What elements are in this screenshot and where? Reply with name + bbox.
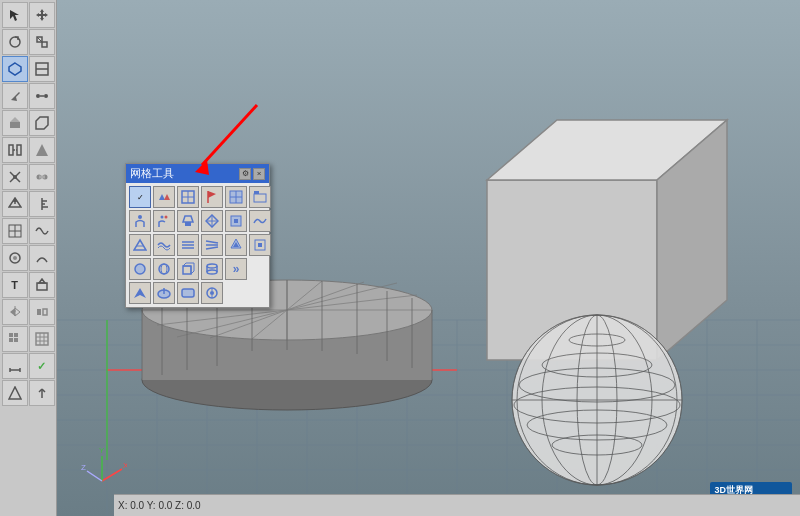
- svg-rect-135: [254, 194, 266, 202]
- align-tool[interactable]: [29, 191, 55, 217]
- check-tool[interactable]: ✓: [29, 353, 55, 379]
- tool-geom1[interactable]: [129, 282, 151, 304]
- bevel-tool[interactable]: [29, 110, 55, 136]
- collapse-tool[interactable]: [2, 164, 28, 190]
- tool-more[interactable]: »: [225, 258, 247, 280]
- mirror-tool[interactable]: [2, 299, 28, 325]
- tool-check[interactable]: ✓: [129, 186, 151, 208]
- toolbar-title-bar[interactable]: 网格工具 ⚙ ×: [126, 164, 269, 183]
- tool-pipe[interactable]: [201, 258, 223, 280]
- tool-lines2[interactable]: [201, 234, 223, 256]
- tool-group-9: [2, 218, 55, 244]
- poly-select-tool[interactable]: [2, 56, 28, 82]
- svg-point-137: [138, 215, 142, 219]
- tool-lines1[interactable]: [177, 234, 199, 256]
- subdivide-tool[interactable]: [2, 218, 28, 244]
- svg-point-35: [13, 256, 17, 260]
- tool-grid3[interactable]: [249, 186, 271, 208]
- toolbar-left: T ✓: [0, 0, 57, 516]
- svg-marker-140: [183, 216, 193, 222]
- floating-toolbar-mesh-tools: 网格工具 ⚙ × ✓: [125, 163, 270, 308]
- bridge-tool[interactable]: [2, 137, 28, 163]
- viewport-3d[interactable]: Perspective: [57, 0, 800, 516]
- svg-rect-44: [14, 333, 18, 337]
- svg-rect-36: [37, 283, 47, 290]
- svg-point-172: [210, 291, 214, 295]
- toolbar-gear-btn[interactable]: ⚙: [239, 168, 251, 180]
- tool-box2[interactable]: [177, 258, 199, 280]
- tool-group-7: [2, 164, 55, 190]
- svg-marker-147: [134, 240, 146, 250]
- grid-clone-tool[interactable]: [29, 326, 55, 352]
- svg-marker-158: [258, 243, 262, 247]
- tool-group-11: T: [2, 272, 55, 298]
- tool-group-14: ✓: [2, 353, 55, 379]
- svg-marker-12: [36, 117, 48, 129]
- toolbar-row-2: [129, 210, 266, 232]
- knife-tool[interactable]: [2, 83, 28, 109]
- toolbar-close-btn[interactable]: ×: [253, 168, 265, 180]
- tool-person2[interactable]: [153, 210, 175, 232]
- tool-grid2[interactable]: [225, 186, 247, 208]
- weld-tool[interactable]: [29, 164, 55, 190]
- tool-mesh5[interactable]: [225, 210, 247, 232]
- svg-rect-47: [36, 333, 48, 345]
- move-tool[interactable]: [29, 2, 55, 28]
- tool-group-12: [2, 299, 55, 325]
- tool-group-15: [2, 380, 55, 406]
- scale-tool[interactable]: [29, 29, 55, 55]
- connect-tool[interactable]: [29, 83, 55, 109]
- select-tool[interactable]: [2, 2, 28, 28]
- toolbar-row-3: [129, 234, 266, 256]
- array-tool[interactable]: [2, 326, 28, 352]
- svg-rect-14: [17, 145, 21, 155]
- svg-rect-162: [183, 266, 191, 274]
- svg-marker-16: [36, 144, 48, 156]
- loop-select-tool[interactable]: [29, 56, 55, 82]
- svg-point-8: [44, 94, 48, 98]
- tool-wave[interactable]: [153, 234, 175, 256]
- relax-tool[interactable]: [29, 245, 55, 271]
- svg-line-179: [87, 471, 102, 481]
- tool-mesh4[interactable]: [201, 210, 223, 232]
- tool-circle[interactable]: [129, 258, 151, 280]
- shape-tool[interactable]: [29, 272, 55, 298]
- tool-mountain[interactable]: [129, 234, 151, 256]
- tool-mesh8[interactable]: [249, 234, 271, 256]
- tool-geom3[interactable]: [177, 282, 199, 304]
- svg-marker-131: [208, 191, 216, 198]
- pivot-tool[interactable]: [2, 380, 28, 406]
- tool-grid1[interactable]: [177, 186, 199, 208]
- svg-rect-10: [10, 122, 20, 128]
- tool-mesh7[interactable]: [225, 234, 247, 256]
- svg-rect-141: [185, 222, 191, 226]
- svg-rect-13: [9, 145, 13, 155]
- svg-rect-136: [254, 191, 259, 194]
- tool-geom4[interactable]: [201, 282, 223, 304]
- measure-tool[interactable]: [2, 353, 28, 379]
- tool-flag[interactable]: [201, 186, 223, 208]
- tool-bucket[interactable]: [177, 210, 199, 232]
- rotate-tool[interactable]: [2, 29, 28, 55]
- smooth-tool[interactable]: [29, 218, 55, 244]
- symmetry-tool[interactable]: [29, 299, 55, 325]
- fill-tool[interactable]: [29, 137, 55, 163]
- svg-line-154: [206, 247, 218, 249]
- paint-deform-tool[interactable]: [2, 245, 28, 271]
- text-tool[interactable]: T: [2, 272, 28, 298]
- extrude-tool[interactable]: [2, 110, 28, 136]
- tool-geom2[interactable]: [153, 282, 175, 304]
- svg-marker-39: [10, 308, 15, 316]
- tool-sphere2[interactable]: [153, 258, 175, 280]
- axis-tool[interactable]: [29, 380, 55, 406]
- tool-group-1: [2, 2, 55, 28]
- tool-mesh6[interactable]: [249, 210, 271, 232]
- svg-rect-170: [182, 289, 194, 297]
- toolbar-row-1: ✓: [129, 186, 266, 208]
- flip-normals-tool[interactable]: [2, 191, 28, 217]
- tool-person[interactable]: [129, 210, 151, 232]
- svg-line-175: [102, 469, 122, 481]
- tool-move-mesh[interactable]: [153, 186, 175, 208]
- tool-group-6: [2, 137, 55, 163]
- svg-point-159: [135, 264, 145, 274]
